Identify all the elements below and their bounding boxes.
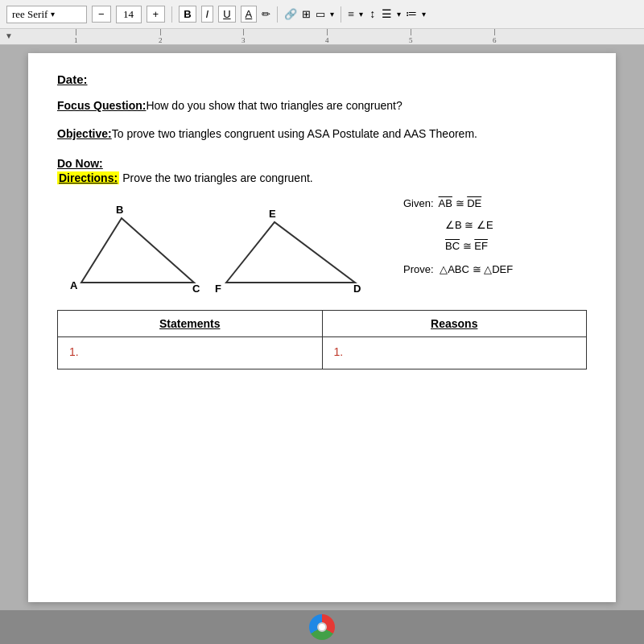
font-name-selector[interactable]: ree Serif ▾: [6, 6, 87, 23]
list-chevron-icon[interactable]: ▾: [397, 10, 401, 19]
directions-text: Prove the two triangles are congruent.: [122, 171, 313, 184]
statements-header: Statements: [58, 311, 323, 337]
bullet-list-icon[interactable]: ≔: [406, 7, 417, 21]
document-area: Date: Focus Question:How do you show tha…: [0, 45, 644, 610]
font-size-input[interactable]: 14: [116, 6, 142, 23]
vertex-e-label: E: [269, 208, 276, 220]
given-2-text: ∠B ≅ ∠E: [445, 219, 493, 231]
ruler-mark-3: 3: [242, 29, 246, 44]
content-row: B A C E F D Given: AB ≅ DE ∠: [57, 194, 587, 299]
triangles-area: B A C E F D: [57, 194, 395, 299]
link-icon[interactable]: 🔗: [284, 8, 297, 21]
toolbar: ree Serif ▾ − 14 + B I U A ✏ 🔗 ⊞ ▭ ▾ ≡ ▾…: [0, 0, 644, 29]
given-3-text: BC ≅ EF: [445, 240, 488, 252]
font-size-decrease-button[interactable]: −: [92, 6, 111, 23]
font-name-label: ree Serif: [12, 8, 47, 21]
reason-1[interactable]: 1.: [322, 337, 587, 369]
vertex-d-label: D: [353, 283, 361, 295]
ab-overline: AB: [439, 197, 452, 209]
proof-table: Statements Reasons 1. 1.: [57, 310, 587, 369]
ruler-inner: 1 2 3 4 5 6: [10, 29, 644, 44]
embed-icon[interactable]: ⊞: [302, 8, 311, 21]
vertex-c-label: C: [192, 283, 200, 295]
underline-button[interactable]: U: [218, 6, 235, 23]
image-icon[interactable]: ▭: [316, 8, 325, 21]
table-header-row: Statements Reasons: [58, 311, 587, 337]
chrome-icon-center: [317, 622, 327, 632]
given-row-2: ∠B ≅ ∠E: [403, 216, 587, 236]
do-now-label: Do Now:: [57, 157, 587, 170]
objective-text: To prove two triangles congruent using A…: [112, 127, 477, 140]
bc-overline: BC: [445, 240, 460, 252]
toolbar-separator-1: [171, 6, 172, 23]
prove-label: Prove:: [403, 263, 434, 275]
directions-label: Directions:: [57, 171, 119, 184]
bottom-bar: [0, 610, 644, 644]
align-chevron-icon[interactable]: ▾: [359, 10, 363, 19]
vertex-f-label: F: [215, 283, 221, 295]
given-row-1: Given: AB ≅ DE: [403, 194, 587, 214]
focus-question: Focus Question:How do you show that two …: [57, 97, 587, 114]
image-chevron-icon[interactable]: ▾: [330, 10, 334, 19]
triangle-def: [226, 222, 355, 283]
ruler: ▼ 1 2 3 4 5 6: [0, 29, 644, 45]
prove-row: Prove: △ABC ≅ △DEF: [403, 260, 587, 280]
line-spacing-icon[interactable]: ↕: [369, 8, 375, 21]
ruler-mark-2: 2: [159, 29, 163, 44]
numbered-list-icon[interactable]: ☰: [382, 7, 392, 21]
bullet-list-chevron-icon[interactable]: ▾: [422, 10, 426, 19]
reasons-header: Reasons: [322, 311, 587, 337]
italic-button[interactable]: I: [201, 6, 214, 23]
ruler-mark-5: 5: [409, 29, 413, 44]
triangle-abc: [81, 218, 194, 283]
prove-text: △ABC ≅ △DEF: [440, 263, 513, 275]
bold-button[interactable]: B: [179, 6, 196, 23]
date-label: Date:: [57, 72, 587, 86]
given-1-text: AB ≅ DE: [439, 194, 482, 214]
ruler-mark-1: 1: [74, 29, 78, 44]
ruler-mark-4: 4: [325, 29, 329, 44]
given-row-3: BC ≅ EF: [403, 237, 587, 257]
focus-question-label: Focus Question:: [57, 99, 146, 112]
document-page[interactable]: Date: Focus Question:How do you show tha…: [28, 53, 616, 602]
toolbar-separator-3: [341, 6, 341, 23]
chrome-icon[interactable]: [309, 614, 335, 640]
vertex-b-label: B: [116, 204, 123, 216]
statement-1[interactable]: 1.: [58, 337, 323, 369]
pencil-icon[interactable]: ✏: [262, 8, 270, 21]
ruler-mark-6: 6: [493, 29, 497, 44]
objective-label: Objective:: [57, 127, 112, 140]
font-color-button[interactable]: A: [241, 6, 258, 23]
vertex-a-label: A: [70, 279, 78, 291]
align-icon[interactable]: ≡: [348, 8, 354, 21]
toolbar-separator-2: [277, 6, 278, 23]
focus-question-text: How do you show that two triangles are c…: [146, 99, 402, 112]
table-row: 1. 1.: [58, 337, 587, 369]
given-label: Given:: [403, 194, 434, 214]
font-size-increase-button[interactable]: +: [147, 6, 166, 23]
ef-overline: EF: [474, 240, 488, 252]
objective: Objective:To prove two triangles congrue…: [57, 126, 587, 142]
font-name-chevron[interactable]: ▾: [51, 10, 55, 19]
de-overline: DE: [467, 197, 481, 209]
directions-line: Directions: Prove the two triangles are …: [57, 171, 587, 184]
given-area: Given: AB ≅ DE ∠B ≅ ∠E BC ≅ EF Prove: △A…: [395, 194, 587, 280]
triangles-svg: B A C E F D: [57, 194, 395, 299]
